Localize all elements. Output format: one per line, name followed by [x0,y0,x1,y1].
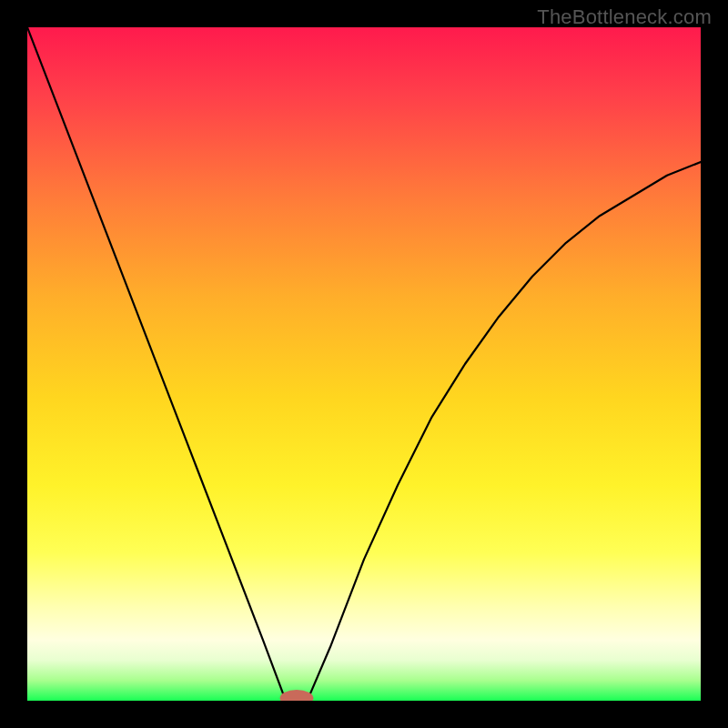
chart-svg [27,27,701,701]
chart-plot-area [27,27,701,701]
bottleneck-curve [27,27,701,701]
watermark-text: TheBottleneck.com [537,5,712,29]
optimum-marker [280,690,314,701]
